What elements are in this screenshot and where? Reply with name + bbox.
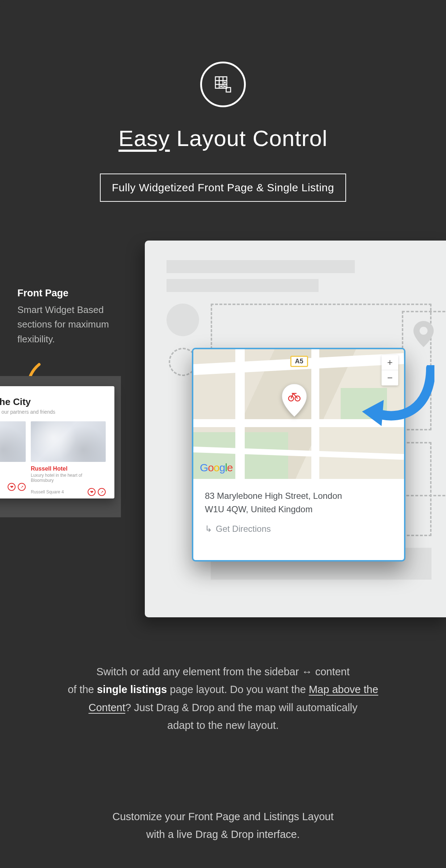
listing-actions: ❤ ↗: [8, 483, 26, 491]
title-rest: Layout Control: [170, 126, 327, 151]
placeholder-bar: [167, 260, 355, 273]
frontpage-callout-title: Front Page: [17, 288, 126, 299]
page: Easy Layout Control Fully Widgetized Fro…: [0, 0, 446, 868]
map-road: [311, 349, 319, 479]
address-line: W1U 4QW, United Kingdom: [205, 502, 392, 516]
bookmark-icon[interactable]: ❤: [88, 488, 96, 496]
layout-icon: [200, 62, 246, 107]
svg-point-8: [220, 86, 222, 87]
listing-image: [31, 421, 106, 462]
copy-frag: ? Just Drag & Drop and the map will auto…: [125, 702, 358, 713]
address-line: 83 Marylebone High Street, London: [205, 489, 392, 502]
title-emphasis: Easy: [118, 126, 170, 151]
pin-ghost-icon: [413, 321, 434, 347]
frontpage-callout-desc: Smart Widget Based sections for maximum …: [17, 302, 126, 346]
svg-point-6: [224, 82, 226, 83]
road-label: A5: [290, 356, 308, 367]
listing-tile[interactable]: llo Pizza nal served pizzeria Road 510 ❤…: [0, 421, 26, 496]
copy-frag: Switch or add any element from the sideb…: [96, 666, 350, 677]
bookmark-icon[interactable]: ❤: [8, 483, 16, 491]
copy-bold: single listings: [97, 684, 167, 695]
svg-point-7: [224, 86, 226, 87]
svg-point-9: [420, 327, 428, 335]
get-directions-label: Get Directions: [216, 524, 271, 534]
share-icon[interactable]: ↗: [98, 488, 106, 496]
front-page-preview-card: s to Do in the City around the world fro…: [0, 386, 114, 498]
page-title: Easy Layout Control: [0, 125, 446, 151]
google-logo: Google: [200, 462, 233, 474]
subtitle-badge: Fully Widgetized Front Page & Single Lis…: [100, 174, 346, 202]
preview-card-heading: s to Do in the City: [0, 396, 106, 408]
get-directions-link[interactable]: ↳ Get Directions: [193, 519, 404, 534]
listing-tile[interactable]: Russell Hotel Luxury hotel in the heart …: [31, 421, 106, 496]
directions-arrow-icon: ↳: [205, 524, 212, 534]
listing-name: Russell Hotel: [31, 466, 106, 472]
map-pin-icon[interactable]: [281, 384, 307, 418]
footer-line: Customize your Front Page and Listings L…: [113, 811, 334, 822]
placeholder-bar: [167, 279, 319, 292]
listing-name: llo Pizza: [0, 466, 26, 472]
listing-image: [0, 421, 26, 462]
listing-location: Russell Square 4: [31, 489, 64, 494]
blue-drag-arrow-icon: [358, 365, 434, 434]
copy-frag: page layout. Do you want the: [167, 684, 309, 695]
share-icon[interactable]: ↗: [18, 483, 26, 491]
copy-frag: of the: [68, 684, 97, 695]
listing-desc: nal served pizzeria: [0, 473, 26, 478]
footer-text: Customize your Front Page and Listings L…: [0, 808, 446, 844]
footer-line: with a live Drag & Drop interface.: [146, 829, 300, 840]
frontpage-callout: Front Page Smart Widget Based sections f…: [17, 288, 126, 346]
preview-card-sub: around the world from our partners and f…: [0, 409, 106, 415]
listing-desc: Luxury hotel in the heart of Bloomsbury: [31, 473, 106, 483]
listing-actions: ❤ ↗: [88, 488, 106, 496]
map-address: 83 Marylebone High Street, London W1U 4Q…: [193, 479, 404, 519]
avatar-slot[interactable]: [167, 304, 199, 336]
copy-frag: adapt to the new layout.: [167, 719, 279, 731]
description-text: Switch or add any element from the sideb…: [0, 663, 446, 734]
map-road: [235, 349, 245, 479]
